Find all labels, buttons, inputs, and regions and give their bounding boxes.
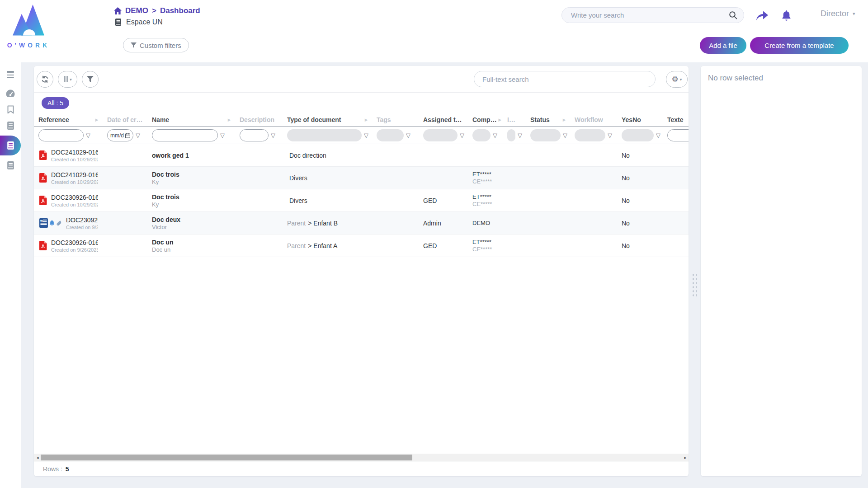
alert-bell-icon <box>49 220 55 226</box>
sort-icon: ▸ <box>226 117 231 123</box>
custom-filters-button[interactable]: Custom filters <box>123 38 189 52</box>
column-header-assigned-to[interactable]: Assigned t… <box>419 116 468 123</box>
sidebar-item-bookmarks[interactable] <box>0 101 21 117</box>
add-file-button[interactable]: Add a file <box>700 37 746 54</box>
settings-button[interactable]: ⚙ ▾ <box>666 71 688 88</box>
table-row[interactable]: DOC230926-01610-3 Created on 10/29/2024 … <box>34 189 689 212</box>
filter-menu-button[interactable]: ▽ <box>271 132 275 138</box>
filter-menu-button[interactable]: ▽ <box>136 132 140 138</box>
document-name: Doc trois <box>152 171 231 178</box>
horizontal-scrollbar[interactable]: ◂ ▸ <box>34 454 689 461</box>
column-header-yesno[interactable]: YesNo <box>617 116 663 123</box>
pdf-file-icon <box>39 173 47 183</box>
sort-icon: ▸ <box>94 117 98 123</box>
user-role-label: Director <box>821 9 849 19</box>
document-name: Doc deux <box>152 216 231 223</box>
create-from-template-button[interactable]: Create from a template <box>750 37 849 54</box>
filter-input-date[interactable]: mm/d <box>107 129 133 141</box>
breadcrumb-root[interactable]: DEMO <box>125 6 148 15</box>
filter-select-i <box>507 129 515 141</box>
column-header-date-of-creation: Date of cr… <box>103 116 147 123</box>
column-header-reference[interactable]: Reference▸ <box>34 116 103 123</box>
filter-funnel-icon <box>131 42 137 48</box>
yesno-value: No <box>622 174 658 182</box>
filter-menu-button[interactable]: ▽ <box>460 132 464 138</box>
document-name: Doc un <box>152 239 231 246</box>
top-search-input[interactable] <box>561 7 744 23</box>
sort-icon: ▸ <box>363 117 368 123</box>
column-header-type-of-document[interactable]: Type of document▸ <box>283 116 372 123</box>
column-header-company[interactable]: Comp…▸ <box>468 116 503 123</box>
sidebar-item-archive[interactable] <box>0 157 21 174</box>
share-icon <box>756 10 768 21</box>
filter-button[interactable] <box>82 71 99 88</box>
scroll-left-arrow[interactable]: ◂ <box>34 454 41 461</box>
app-logo[interactable]: O'WORK <box>4 5 53 49</box>
filter-input-name[interactable] <box>152 129 218 141</box>
filter-menu-button[interactable]: ▽ <box>656 132 660 138</box>
table-row[interactable]: DOC241029-01635-0 Created on 10/29/2024 … <box>34 144 689 167</box>
column-header-status[interactable]: Status▸ <box>526 116 570 123</box>
columns-button[interactable]: ▾ <box>58 71 77 88</box>
filter-menu-button[interactable]: ▽ <box>563 132 567 138</box>
sidebar-item-ged-active[interactable] <box>0 136 21 155</box>
columns-icon <box>63 76 69 83</box>
notifications-button[interactable] <box>778 8 794 23</box>
refresh-button[interactable] <box>37 71 53 88</box>
created-date: Created on 10/29/2024 10:24:21 PM <box>51 179 98 185</box>
user-menu[interactable]: Director ▾ <box>821 9 855 19</box>
share-button[interactable] <box>754 8 769 23</box>
table-row[interactable]: DOC230926-01608-0 Created on 9/26/2023 3… <box>34 235 689 257</box>
filter-input-reference[interactable] <box>38 129 84 141</box>
filter-funnel-icon <box>87 76 94 83</box>
sort-icon: ▸ <box>561 117 566 123</box>
sidebar-item-dashboard[interactable] <box>0 85 21 101</box>
column-header-description: Description <box>235 116 283 123</box>
fulltext-search-input[interactable] <box>474 71 656 87</box>
document-type: > Enfant B <box>308 220 338 227</box>
filter-menu-button[interactable]: ▽ <box>406 132 410 138</box>
document-type: Doc direction <box>289 152 326 159</box>
filter-menu-button[interactable]: ▽ <box>518 132 522 138</box>
scroll-right-arrow[interactable]: ▸ <box>682 454 689 461</box>
rows-count-badge[interactable]: All : 5 <box>42 97 69 109</box>
table-row[interactable]: DOC241029-01627-0 Created on 10/29/2024 … <box>34 167 689 189</box>
company-sub: CE***** <box>472 246 498 253</box>
company: ET***** <box>472 193 498 200</box>
table-header-row: Reference▸ Date of cr… Name▸ Description… <box>34 113 689 127</box>
home-icon[interactable] <box>114 7 122 14</box>
fulltext-search <box>474 71 656 87</box>
filter-input-texte[interactable] <box>667 129 689 141</box>
filter-row: ▽ mm/d ▽ ▽ ▽ ▽ <box>34 127 689 144</box>
detail-panel: No row selected <box>701 66 862 476</box>
sidebar-item-documents[interactable] <box>0 117 21 134</box>
grid-viewport: Reference▸ Date of cr… Name▸ Description… <box>34 113 689 454</box>
document-reference: DOC230926-01608-0 <box>51 239 98 246</box>
document-subtitle: Ky <box>152 201 231 208</box>
document-reference: DOC230926-01609-0 <box>66 216 98 224</box>
sort-icon: ▸ <box>497 117 501 123</box>
word-file-icon: w <box>39 218 48 228</box>
assigned-to: GED <box>423 197 463 204</box>
breadcrumb-current[interactable]: Dashboard <box>160 6 200 15</box>
search-icon[interactable] <box>729 11 737 19</box>
app-header: O'WORK DEMO > Dashboard Espace UN D <box>0 0 868 62</box>
document-name: Doc trois <box>152 193 231 201</box>
filter-menu-button[interactable]: ▽ <box>493 132 497 138</box>
column-header-texte[interactable]: Texte <box>663 116 689 123</box>
filter-input-description[interactable] <box>240 129 269 141</box>
filter-menu-button[interactable]: ▽ <box>364 132 368 138</box>
yesno-value: No <box>622 220 658 227</box>
filter-select-type <box>287 129 362 141</box>
filter-menu-button[interactable]: ▽ <box>608 132 612 138</box>
company: DEMO <box>472 220 498 226</box>
filter-menu-button[interactable]: ▽ <box>86 132 90 138</box>
rows-count: 5 <box>66 465 69 473</box>
column-header-name[interactable]: Name▸ <box>147 116 235 123</box>
panel-resize-handle[interactable] <box>691 272 697 298</box>
scrollbar-thumb[interactable] <box>41 455 412 460</box>
table-row[interactable]: w DOC230926-01609-0 Created on 9/26/2023… <box>34 212 689 235</box>
chevron-down-icon: ▾ <box>853 11 855 17</box>
filter-menu-button[interactable]: ▽ <box>220 132 225 138</box>
menu-toggle-button[interactable] <box>0 64 21 79</box>
